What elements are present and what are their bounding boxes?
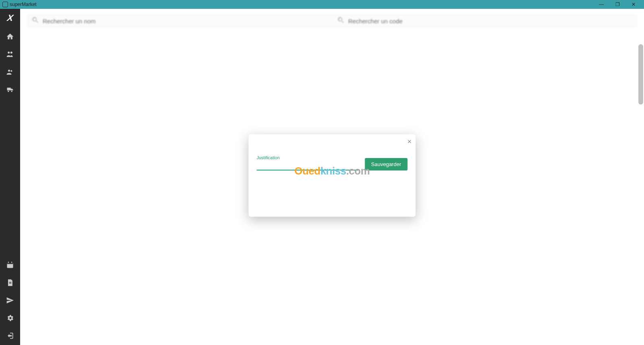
minimize-button[interactable]: —	[593, 0, 609, 9]
truck-icon[interactable]	[6, 85, 14, 94]
send-icon[interactable]	[6, 296, 14, 305]
scrollbar-thumb[interactable]	[638, 44, 643, 105]
document-icon[interactable]	[6, 278, 14, 287]
svg-rect-9	[11, 262, 12, 263]
home-icon[interactable]	[6, 32, 14, 41]
search-code-input[interactable]	[348, 18, 633, 25]
searchbar	[27, 14, 638, 28]
justification-input[interactable]	[257, 160, 359, 170]
close-icon[interactable]: ×	[407, 138, 412, 146]
svg-rect-8	[8, 262, 9, 263]
window-title: superMarket	[10, 2, 37, 7]
group-icon[interactable]	[6, 68, 14, 76]
logout-icon[interactable]	[6, 331, 14, 340]
svg-rect-11	[9, 283, 12, 283]
sidebar: X	[0, 9, 20, 345]
svg-point-5	[11, 91, 12, 92]
svg-point-4	[8, 91, 9, 92]
svg-point-1	[10, 51, 12, 53]
titlebar: superMarket — ❐ ✕	[0, 0, 644, 9]
svg-point-3	[10, 70, 12, 72]
maximize-button[interactable]: ❐	[609, 0, 625, 9]
svg-point-0	[8, 51, 10, 53]
close-window-button[interactable]: ✕	[625, 0, 642, 9]
save-button[interactable]: Sauvegarder	[365, 158, 407, 170]
logo-icon: X	[6, 13, 14, 23]
svg-point-2	[8, 70, 10, 72]
scrollbar[interactable]	[638, 44, 643, 345]
settings-icon[interactable]	[6, 314, 14, 322]
main-content: Code Nom Prénom Date limite Durée de ret…	[20, 9, 644, 345]
users-connected-icon[interactable]	[6, 50, 14, 59]
svg-rect-7	[7, 263, 13, 264]
calendar-icon[interactable]	[6, 261, 14, 269]
search-icon	[31, 16, 39, 26]
svg-rect-10	[9, 282, 12, 282]
app-icon	[2, 2, 8, 7]
justification-modal: × Justification Sauvegarder	[249, 134, 416, 217]
search-icon	[337, 16, 345, 26]
justification-label: Justification	[257, 155, 359, 160]
search-name-input[interactable]	[43, 18, 327, 25]
